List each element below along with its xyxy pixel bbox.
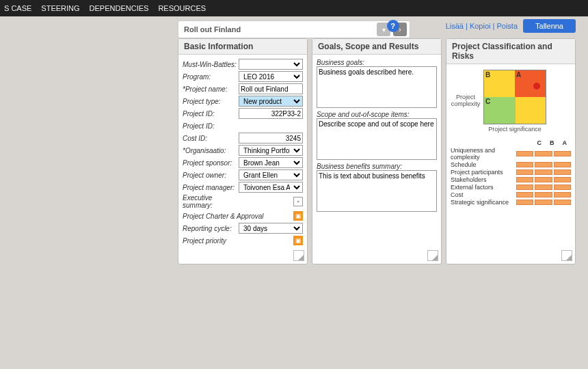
scope-textarea[interactable]: Describe scope and out of scope here [317,118,437,160]
risk-row-6: Cost [451,191,516,198]
project-name-label: *Project name: [183,85,239,93]
sponsor-select[interactable]: Brown Jean [239,157,303,168]
panel-basic-info-title: Basic Information [178,39,307,55]
risk-row-3: Project participants [451,169,516,176]
org-select[interactable]: Thinking Portfolio [239,145,303,156]
manager-label: Project manager: [183,184,239,191]
cycle-select[interactable]: 30 days [239,223,303,234]
cost-id-input[interactable] [239,133,303,144]
toolbar: ? Lisää | Kopioi | Poista Tallenna [0,19,588,33]
risk-row-4: Stakeholders [451,176,516,183]
quadrant-chart: B A C [483,70,546,124]
cycle-label: Reporting cycle: [183,225,239,232]
goals-label: Business goals: [317,59,437,66]
priority-label: Project priority [183,237,239,245]
save-button[interactable]: Tallenna [523,19,576,33]
project-type-select[interactable]: New product [239,96,303,107]
project-name-input[interactable] [239,83,303,94]
risk-bars[interactable] [516,192,571,197]
quad-a-label: A [515,70,522,80]
quad-b-label: B [484,70,492,80]
risk-bars[interactable] [516,169,571,175]
scope-label: Scope and out-of-scope items: [317,111,437,118]
risk-row-7: Strategic significance [451,199,516,206]
risk-bars[interactable] [516,200,571,205]
must-win-label: Must-Win-Battles: [183,61,239,68]
col-b: B [550,139,554,146]
benefits-label: Business benefits summary: [317,163,437,170]
owner-label: Project owner: [183,172,239,179]
top-nav: S CASE STEERING DEPENDENCIES RESOURCES [0,0,588,16]
risk-bars[interactable] [516,151,571,156]
charter-label: Project Charter & Approval [183,213,271,220]
risk-bars[interactable] [516,162,571,167]
charter-doc-icon[interactable]: ▣ [293,211,303,221]
nav-resources[interactable]: RESOURCES [158,4,206,12]
chart-ylabel: Project complexity [451,94,481,108]
panel-goals-title: Goals, Scope and Results [312,39,441,55]
goals-textarea[interactable]: Business goals described here. [317,66,437,108]
nav-steering[interactable]: STEERING [41,4,79,12]
nav-dependencies[interactable]: DEPENDENCIES [90,4,149,12]
chart-xlabel: Project significance [483,126,546,133]
project-id-input[interactable] [239,108,303,119]
action-links[interactable]: Lisää | Kopioi | Poista [446,22,518,30]
panel2-note-icon[interactable] [427,250,438,261]
nav-case[interactable]: S CASE [4,4,31,12]
panel-classification: Project Classification and Risks Project… [446,38,576,264]
sponsor-label: Project sponsor: [183,159,239,167]
panel-classification-title: Project Classification and Risks [446,39,575,64]
owner-select[interactable]: Grant Ellen [239,169,303,180]
quad-c-label: C [484,96,492,107]
panel3-note-icon[interactable] [561,250,572,261]
project-dot [533,83,540,90]
panel-basic-info: Basic Information Must-Win-Battles: Prog… [178,38,308,264]
project-id2-label: Project ID: [183,122,239,130]
panel1-note-icon[interactable] [293,250,304,261]
manager-select[interactable]: Toivonen Esa A [239,182,303,193]
priority-doc-icon[interactable]: ▣ [293,236,303,245]
must-win-select[interactable] [239,59,303,70]
project-id-label: Project ID: [183,110,239,118]
exec-doc-icon[interactable]: ▫ [293,197,303,206]
risk-table: C B A Uniqueness and complexity Schedule… [451,139,571,206]
cost-id-label: Cost ID: [183,135,239,142]
help-icon[interactable]: ? [387,20,399,32]
program-label: Program: [183,73,239,81]
benefits-textarea[interactable]: This is text about business benefits [317,170,437,212]
col-a: A [563,139,567,146]
risk-row-1: Uniqueness and complexity [451,147,516,161]
project-title: Roll out Finland [184,25,241,33]
col-c: C [537,139,542,146]
risk-bars[interactable] [516,177,571,182]
panel-goals: Goals, Scope and Results Business goals:… [312,38,442,264]
exec-label: Executive summary: [183,194,239,209]
program-select[interactable]: LEO 2016 [239,71,303,82]
risk-row-5: External factors [451,184,516,191]
project-type-label: Project type: [183,98,239,105]
risk-bars[interactable] [516,184,571,190]
risk-row-2: Schedule [451,161,516,168]
org-label: *Organisaatio: [183,147,239,154]
